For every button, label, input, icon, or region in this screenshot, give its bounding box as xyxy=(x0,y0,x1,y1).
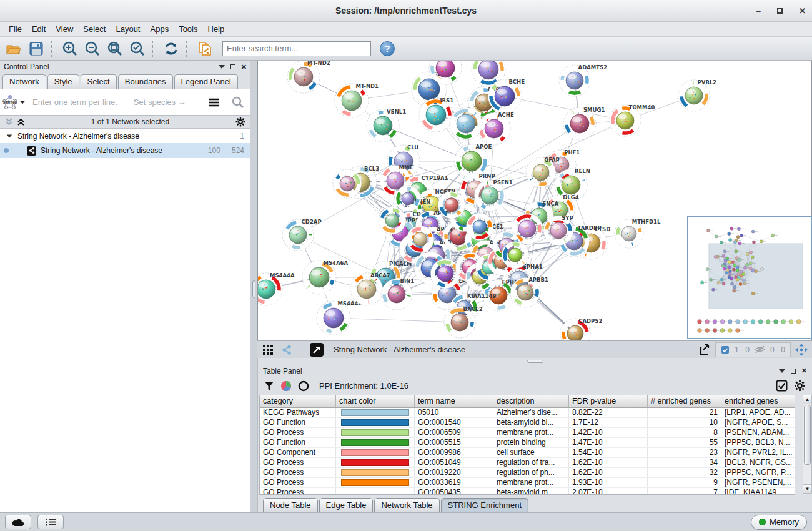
network-node-cd2ap[interactable]: CD2AP xyxy=(282,219,322,251)
navigator-viewport[interactable] xyxy=(709,244,803,309)
menu-layout[interactable]: Layout xyxy=(111,23,145,35)
tab-style[interactable]: Style xyxy=(47,74,79,89)
network-node-tomm40[interactable]: TOMM40 xyxy=(610,104,655,136)
panel-divider[interactable] xyxy=(250,61,257,512)
tab-network[interactable]: Network xyxy=(2,74,46,89)
table-scrollbar[interactable]: ▲ ▼ xyxy=(803,395,812,494)
string-db-dropdown-icon[interactable] xyxy=(20,101,25,104)
column-header-category[interactable]: category xyxy=(260,395,336,407)
annotation-mode-icon[interactable] xyxy=(309,342,325,357)
collapse-all-icon[interactable] xyxy=(5,118,13,126)
table-panel-menu-icon[interactable] xyxy=(779,369,785,373)
column-header-FDR-p-value[interactable]: FDR p-value xyxy=(569,395,648,407)
tab-edge-table[interactable]: Edge Table xyxy=(319,498,374,512)
maximize-icon[interactable] xyxy=(777,8,783,14)
menu-view[interactable]: View xyxy=(51,23,78,35)
network-from-file-icon[interactable] xyxy=(195,39,215,58)
table-row[interactable]: GO ComponentGO:0009986cell surface1.54E-… xyxy=(260,448,795,458)
donut-chart-icon[interactable] xyxy=(298,380,309,392)
scroll-down-icon[interactable]: ▼ xyxy=(803,484,811,493)
enrichment-table-rows[interactable]: KEGG Pathways05010Alzheimer's dise...8.8… xyxy=(260,408,795,494)
column-header-chart-color[interactable]: chart color xyxy=(336,395,415,407)
zoom-out-icon[interactable] xyxy=(82,39,102,58)
tab-legend-panel[interactable]: Legend Panel xyxy=(174,74,238,89)
network-node-gfap[interactable]: GFAP xyxy=(526,157,560,187)
table-row[interactable]: KEGG Pathways05010Alzheimer's dise...8.8… xyxy=(260,408,795,418)
table-close-icon[interactable]: ✕ xyxy=(801,367,807,375)
network-node-cadps2[interactable]: CADPS2 xyxy=(560,318,602,340)
string-logo-icon[interactable]: STRING xyxy=(0,89,27,116)
expand-all-icon[interactable] xyxy=(17,118,25,126)
task-history-icon[interactable] xyxy=(37,515,64,529)
column-header-term-name[interactable]: term name xyxy=(415,395,493,407)
table-row[interactable]: GO ProcessGO:0051049regulation of tra...… xyxy=(260,458,795,468)
string-search-icon[interactable] xyxy=(225,96,250,109)
column-header-description[interactable]: description xyxy=(493,395,569,407)
open-session-icon[interactable] xyxy=(4,39,24,58)
automation-cloud-icon[interactable] xyxy=(5,515,31,529)
close-panel-icon[interactable]: ✕ xyxy=(241,63,247,71)
string-query-input[interactable]: Enter one term per line. Set species → xyxy=(27,97,201,107)
column-header-enriched-genes[interactable]: enriched genes xyxy=(721,395,793,407)
table-row[interactable]: GO FunctionGO:0005515protein binding1.47… xyxy=(260,438,795,448)
table-row[interactable]: GO ProcessGO:0033619membrane prot...1.93… xyxy=(260,478,795,488)
menu-apps[interactable]: Apps xyxy=(146,23,174,35)
minimize-icon[interactable]: – xyxy=(756,6,761,16)
save-session-icon[interactable] xyxy=(26,39,46,58)
table-float-icon[interactable] xyxy=(791,369,796,374)
network-node-ms4a6a[interactable]: MS4A6A xyxy=(302,260,348,294)
network-row-selected[interactable]: String Network - Alzheimer's disease 100… xyxy=(0,143,250,158)
network-node[interactable] xyxy=(333,169,362,198)
zoom-in-icon[interactable] xyxy=(60,39,80,58)
network-options-gear-icon[interactable] xyxy=(235,117,245,127)
panel-menu-icon[interactable] xyxy=(219,65,225,69)
network-navigator[interactable] xyxy=(687,216,812,339)
memory-button[interactable]: Memory xyxy=(751,515,807,530)
refresh-icon[interactable] xyxy=(161,39,181,58)
table-row[interactable]: GO ProcessGO:0050435beta-amyloid m...2.0… xyxy=(260,488,795,494)
table-panel-grip[interactable] xyxy=(527,360,543,363)
table-row[interactable]: GO FunctionGO:0001540beta-amyloid bi...1… xyxy=(260,418,795,428)
menu-edit[interactable]: Edit xyxy=(27,23,51,35)
table-row[interactable]: GO ProcessGO:0019220regulation of ph...1… xyxy=(260,468,795,478)
close-icon[interactable]: ✕ xyxy=(799,6,806,16)
tab-node-table[interactable]: Node Table xyxy=(263,498,318,512)
network-node[interactable] xyxy=(379,207,406,234)
menu-file[interactable]: File xyxy=(4,23,27,35)
network-node-mt-nd1[interactable]: MT-ND1 xyxy=(335,83,379,117)
search-input[interactable] xyxy=(222,41,371,56)
pie-chart-icon[interactable] xyxy=(280,380,292,392)
filter-icon[interactable] xyxy=(264,381,274,391)
tab-network-table[interactable]: Network Table xyxy=(374,498,439,512)
network-node-smug1[interactable]: SMUG1 xyxy=(563,107,605,140)
enrichment-table-header[interactable]: categorychart colorterm namedescriptionF… xyxy=(260,395,795,408)
network-node-mt-nd2[interactable]: MT-ND2 xyxy=(287,61,330,93)
enrichment-table[interactable]: categorychart colorterm namedescriptionF… xyxy=(259,395,795,495)
navigator-thumbnail[interactable] xyxy=(688,217,811,338)
table-row[interactable]: GO ProcessGO:0006509membrane prot...1.42… xyxy=(260,428,795,438)
float-panel-icon[interactable] xyxy=(230,64,235,69)
menu-tools[interactable]: Tools xyxy=(174,23,202,35)
zoom-selected-icon[interactable] xyxy=(127,39,147,58)
string-options-icon[interactable] xyxy=(201,98,225,107)
select-all-checkbox-icon[interactable] xyxy=(776,380,788,392)
network-node-vsnl1[interactable]: VSNL1 xyxy=(367,109,406,142)
scroll-thumb[interactable] xyxy=(804,405,811,465)
scroll-up-icon[interactable]: ▲ xyxy=(803,395,811,404)
tree-expander-icon[interactable] xyxy=(7,134,12,137)
table-settings-gear-icon[interactable] xyxy=(794,380,806,392)
zoom-fit-icon[interactable] xyxy=(105,39,125,58)
network-node-adamts2[interactable]: ADAMTS2 xyxy=(559,64,607,96)
menu-help[interactable]: Help xyxy=(203,23,230,35)
network-node-pvrl2[interactable]: PVRL2 xyxy=(678,79,716,111)
share-network-icon[interactable] xyxy=(279,342,295,357)
help-icon[interactable]: ? xyxy=(380,41,395,56)
tab-string-enrichment[interactable]: STRING Enrichment xyxy=(441,498,528,512)
network-node-mthfd1l[interactable]: MTHFD1L xyxy=(615,219,661,248)
export-network-icon[interactable] xyxy=(696,342,713,357)
network-node-ms4a4a[interactable]: MS4A4A xyxy=(258,272,295,305)
network-collection-row[interactable]: String Network - Alzheimer's disease 1 xyxy=(0,129,250,143)
tab-select[interactable]: Select xyxy=(81,74,117,89)
divider-grip[interactable] xyxy=(252,280,255,298)
column-header--enriched-genes[interactable]: # enriched genes xyxy=(648,395,721,407)
